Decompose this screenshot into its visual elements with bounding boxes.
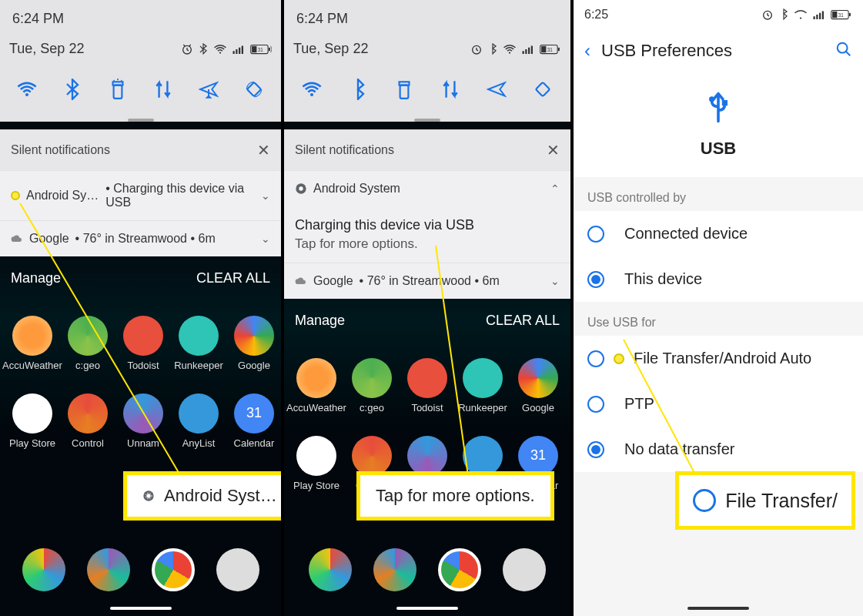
callout-text: Android Syst… [164,486,277,506]
search-icon[interactable] [835,41,852,61]
app-control[interactable]: Control [62,393,114,450]
radio-no-data-transfer[interactable]: No data transfer [574,427,863,472]
notif-app-label: Android System [313,182,400,196]
google-weather-notification[interactable]: Google • 76° in Streamwood • 6m ⌄ [284,263,570,299]
android-system-notification[interactable]: Android Syst… • Charging this device via… [0,170,281,220]
svg-point-15 [146,494,150,497]
notif-text: • Charging this device via USB [105,182,255,209]
app-cgeo[interactable]: c:geo [62,316,114,372]
home-screen-apps: AccuWeather c:geo Todoist Runkeeper Goog… [284,343,570,492]
app-accuweather[interactable]: AccuWeather [6,316,59,372]
app-todoist[interactable]: Todoist [401,358,453,414]
callout-anchor-dot [614,353,624,364]
app-runkeeper[interactable]: Runkeeper [457,358,509,414]
svg-point-43 [838,43,848,53]
status-time: 6:25 [584,8,608,22]
close-icon[interactable]: ✕ [547,141,560,159]
usb-hero: USB [574,74,863,177]
app-accuweather[interactable]: AccuWeather [290,358,343,414]
shade-drag-handle[interactable] [128,119,154,122]
manage-button[interactable]: Manage [11,270,61,286]
bluetooth-icon [487,43,498,55]
app-runkeeper[interactable]: Runkeeper [172,316,225,372]
dock-chrome[interactable] [152,548,195,591]
notif-expanded-subtitle[interactable]: Tap for more options. [284,233,570,263]
app-unnam[interactable]: Unnam [117,393,169,450]
svg-rect-19 [523,51,524,54]
flashlight-tile[interactable] [390,75,418,103]
app-todoist[interactable]: Todoist [117,316,169,372]
dock-folder-2[interactable] [87,548,130,591]
silent-header: Silent notifications ✕ [0,129,281,170]
data-tile[interactable] [437,75,464,103]
gesture-nav-pill[interactable] [396,607,458,610]
rotation-tile[interactable] [240,75,268,103]
flashlight-tile[interactable] [104,75,132,103]
svg-text:31: 31 [258,46,264,52]
close-icon[interactable]: ✕ [257,141,270,159]
bluetooth-tile[interactable] [344,75,372,103]
dock-camera[interactable] [216,548,259,591]
svg-point-18 [509,52,510,53]
radio-ptp[interactable]: PTP [574,381,863,427]
dock-chrome[interactable] [438,548,481,591]
gesture-nav-pill[interactable] [687,607,749,610]
radio-this-device[interactable]: This device [574,256,863,302]
svg-rect-3 [236,49,237,54]
app-google[interactable]: Google [512,358,564,414]
shade-drag-handle[interactable] [414,119,440,122]
dock-folder-1[interactable] [22,548,65,591]
wifi-tile[interactable] [13,75,41,103]
chevron-up-icon[interactable]: ⌃ [550,182,560,195]
notifications-list: Silent notifications ✕ Android System ⌃ … [284,129,570,299]
section-use-usb-for: Use USB for [574,302,863,336]
panel-2-notification-expanded: 6:24 PM Tue, Sep 22 31 [284,0,574,616]
callout-anchor-dot [11,191,20,200]
settings-gear-icon [142,490,155,502]
signal-icon [232,44,246,55]
dock-camera[interactable] [503,548,546,591]
status-bar: 6:25 31 [574,0,863,29]
page-header: ‹ USB Preferences [574,29,863,74]
back-arrow-icon[interactable]: ‹ [584,40,590,62]
quick-settings-tiles [284,57,570,119]
dock-folder-2[interactable] [373,548,416,591]
radio-connected-device[interactable]: Connected device [574,211,863,256]
radio-icon [693,489,716,512]
chevron-down-icon[interactable]: ⌄ [261,233,270,245]
clear-all-button[interactable]: CLEAR ALL [196,270,270,286]
app-playstore[interactable]: Play Store [290,436,343,492]
data-tile[interactable] [149,75,177,103]
radio-file-transfer[interactable]: File Transfer/Android Auto [574,336,863,381]
chevron-down-icon[interactable]: ⌄ [261,189,270,202]
svg-rect-22 [531,45,533,54]
app-playstore[interactable]: Play Store [6,393,59,450]
google-weather-notification[interactable]: Google • 76° in Streamwood • 6m ⌄ [0,220,281,256]
gesture-nav-pill[interactable] [110,607,172,610]
chevron-down-icon[interactable]: ⌄ [550,275,560,287]
svg-rect-12 [113,82,123,85]
page-title: USB Preferences [601,41,732,61]
airplane-tile[interactable] [195,75,222,103]
bluetooth-tile[interactable] [59,75,86,103]
app-anylist[interactable]: AnyList [172,393,225,450]
svg-rect-2 [233,51,235,54]
rotation-tile[interactable] [529,75,557,103]
cloud-icon [11,233,23,245]
radio-icon [587,226,604,243]
signal-icon [812,9,826,20]
manage-button[interactable]: Manage [295,313,345,329]
app-calendar[interactable]: 31Calendar [228,393,280,450]
svg-rect-20 [525,49,527,54]
bluetooth-icon [198,43,209,55]
clear-all-button[interactable]: CLEAR ALL [486,313,560,329]
dock-folder-1[interactable] [309,548,352,591]
radio-label: Connected device [624,225,748,243]
app-cgeo[interactable]: c:geo [346,358,398,414]
svg-rect-5 [242,45,243,54]
wifi-tile[interactable] [298,75,326,103]
notif-expanded-title[interactable]: Charging this device via USB [284,206,570,233]
android-system-notification-header[interactable]: Android System ⌃ [284,170,570,206]
airplane-tile[interactable] [483,75,510,103]
app-google[interactable]: Google [228,316,280,372]
